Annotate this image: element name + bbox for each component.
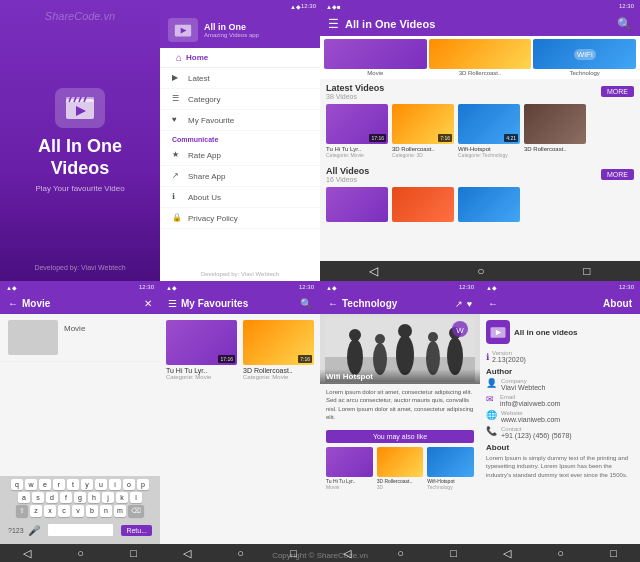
return-button[interactable]: Retu... xyxy=(121,525,152,536)
video-item-3[interactable]: 4:21 Wifi-Hotspot Categorie: Technology xyxy=(458,104,520,158)
space-bar[interactable] xyxy=(48,524,114,536)
key-c[interactable]: c xyxy=(58,505,70,517)
fav-cat-2: Categorie: Movie xyxy=(243,374,314,380)
nav-back-icon[interactable]: ◁ xyxy=(369,264,378,278)
related-1[interactable]: Tu Hi Tu Lyr.. Movie xyxy=(326,447,373,490)
video-duration-1: 17:16 xyxy=(369,134,386,142)
key-g[interactable]: g xyxy=(74,492,86,503)
keyboard[interactable]: q w e r t y u i o p a s d f g h j k l ⇧ … xyxy=(0,476,160,544)
key-h[interactable]: h xyxy=(88,492,100,503)
tech-hero-video[interactable]: W Wifi Hotspot xyxy=(320,314,480,384)
tech-nav-back[interactable]: ◁ xyxy=(343,547,351,560)
tech-fav-icon[interactable]: ♥ xyxy=(467,299,472,309)
fav-nav-recent[interactable]: □ xyxy=(290,547,297,559)
key-z[interactable]: z xyxy=(30,505,42,517)
key-i[interactable]: i xyxy=(109,479,121,490)
sidebar-item-share[interactable]: ↗ Share App xyxy=(160,166,320,187)
related-thumb-1 xyxy=(326,447,373,477)
movie-back-button[interactable]: ← xyxy=(8,298,18,309)
home-search-icon[interactable]: 🔍 xyxy=(617,17,632,31)
video-item-2[interactable]: 7:16 3D Rollercoast.. Categorie: 3D xyxy=(392,104,454,158)
key-w[interactable]: w xyxy=(25,479,37,490)
key-k[interactable]: k xyxy=(116,492,128,503)
key-u[interactable]: u xyxy=(95,479,107,490)
tech-share-icon[interactable]: ↗ xyxy=(455,299,463,309)
movie-nav-recent[interactable]: □ xyxy=(130,547,137,559)
movie-nav-back[interactable]: ◁ xyxy=(23,547,31,560)
key-t[interactable]: t xyxy=(67,479,79,490)
category-movie[interactable]: Movie xyxy=(324,39,427,76)
key-x[interactable]: x xyxy=(44,505,56,517)
key-f[interactable]: f xyxy=(60,492,72,503)
sidebar-item-latest[interactable]: ▶ Latest xyxy=(160,68,320,89)
num-switch-key[interactable]: ?123 xyxy=(8,527,24,534)
key-r[interactable]: r xyxy=(53,479,65,490)
fav-menu-icon[interactable]: ☰ xyxy=(168,298,177,309)
home-tab[interactable]: ⌂ Home xyxy=(160,48,320,68)
sidebar-item-about[interactable]: ℹ About Us xyxy=(160,187,320,208)
svg-point-12 xyxy=(349,329,361,341)
key-s[interactable]: s xyxy=(32,492,44,503)
tech-nav-home[interactable]: ○ xyxy=(397,547,404,559)
sidebar-item-favourites[interactable]: ♥ My Favourite xyxy=(160,110,320,131)
video-item-4[interactable]: 3D Rollercoast.. xyxy=(524,104,586,158)
about-back-button[interactable]: ← xyxy=(488,298,498,309)
category-3d-label: 3D Rollercoast.. xyxy=(429,70,532,76)
key-m[interactable]: m xyxy=(114,505,126,517)
key-n[interactable]: n xyxy=(100,505,112,517)
related-3[interactable]: Wifi-Hotspot Technology xyxy=(427,447,474,490)
version-row: ℹ Version 2.13(2020) xyxy=(486,350,634,363)
movie-close-button[interactable]: ✕ xyxy=(144,298,152,309)
you-may-like-button[interactable]: You may also like xyxy=(326,430,474,443)
key-l[interactable]: l xyxy=(130,492,142,503)
fav-video-2[interactable]: 7:16 3D Rollercoast.. Categorie: Movie xyxy=(243,320,314,380)
key-backspace[interactable]: ⌫ xyxy=(128,505,144,517)
category-3d[interactable]: 3D Rollercoast.. xyxy=(429,39,532,76)
tech-back-button[interactable]: ← xyxy=(328,298,338,309)
related-cat-1: Movie xyxy=(326,484,373,490)
all-video-3[interactable] xyxy=(458,187,520,222)
key-a[interactable]: a xyxy=(18,492,30,503)
key-o[interactable]: o xyxy=(123,479,135,490)
all-video-1[interactable] xyxy=(326,187,388,222)
fav-search-icon[interactable]: 🔍 xyxy=(300,298,312,309)
home-header: ☰ All in One Videos 🔍 xyxy=(320,12,640,36)
about-app-name: All in one videos xyxy=(514,328,578,337)
fav-nav-back[interactable]: ◁ xyxy=(183,547,191,560)
all-video-2[interactable] xyxy=(392,187,454,222)
about-nav-home[interactable]: ○ xyxy=(557,547,564,559)
key-q[interactable]: q xyxy=(11,479,23,490)
home-menu-icon[interactable]: ☰ xyxy=(328,17,339,31)
key-p[interactable]: p xyxy=(137,479,149,490)
category-tech[interactable]: WiFi Technology xyxy=(533,39,636,76)
svg-point-14 xyxy=(375,334,385,344)
key-j[interactable]: j xyxy=(102,492,114,503)
key-y[interactable]: y xyxy=(81,479,93,490)
key-e[interactable]: e xyxy=(39,479,51,490)
movie-video-item[interactable]: Movie xyxy=(0,314,160,362)
fav-nav-home[interactable]: ○ xyxy=(237,547,244,559)
favourites-list: 17:16 Tu Hi Tu Lyr.. Categorie: Movie 7:… xyxy=(160,314,320,386)
sidebar-item-category[interactable]: ☰ Category xyxy=(160,89,320,110)
video-item-1[interactable]: 17:16 Tu Hi Tu Lyr.. Categorie: Movie xyxy=(326,104,388,158)
key-b[interactable]: b xyxy=(86,505,98,517)
nav-home-icon[interactable]: ○ xyxy=(477,264,484,278)
key-shift[interactable]: ⇧ xyxy=(16,505,28,517)
about-nav-recent[interactable]: □ xyxy=(610,547,617,559)
movie-title: Movie xyxy=(22,298,50,309)
video-cat-1: Categorie: Movie xyxy=(326,152,388,158)
all-more-button[interactable]: MORE xyxy=(601,169,634,180)
mic-icon[interactable]: 🎤 xyxy=(28,525,40,536)
about-nav-back[interactable]: ◁ xyxy=(503,547,511,560)
sidebar-item-privacy[interactable]: 🔒 Privacy Policy xyxy=(160,208,320,229)
movie-nav-home[interactable]: ○ xyxy=(77,547,84,559)
movie-status-icons: ▲◆ xyxy=(6,284,17,291)
key-d[interactable]: d xyxy=(46,492,58,503)
tech-nav-recent[interactable]: □ xyxy=(450,547,457,559)
related-2[interactable]: 3D Rollercoast.. 3D xyxy=(377,447,424,490)
sidebar-item-rate[interactable]: ★ Rate App xyxy=(160,145,320,166)
fav-video-1[interactable]: 17:16 Tu Hi Tu Lyr.. Categorie: Movie xyxy=(166,320,237,380)
key-v[interactable]: v xyxy=(72,505,84,517)
nav-recent-icon[interactable]: □ xyxy=(583,264,590,278)
latest-more-button[interactable]: MORE xyxy=(601,86,634,97)
